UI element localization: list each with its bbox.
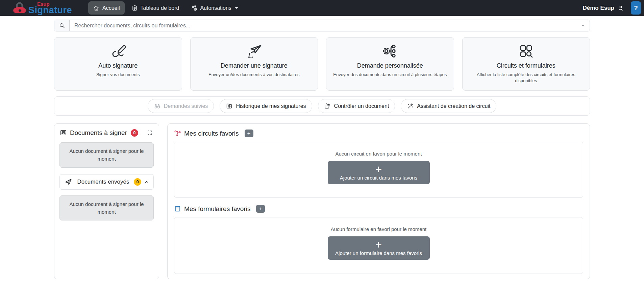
- card-demander-signature[interactable]: Demander une signature Envoyer un/des do…: [190, 37, 318, 91]
- card-title: Demande personnalisée: [332, 62, 448, 69]
- favorites-panel: Mes circuits favoris + Aucun circuit en …: [167, 123, 590, 279]
- card-title: Auto signature: [60, 62, 176, 69]
- documents-panel: Documents à signer 0 Aucun document à si…: [54, 123, 159, 279]
- card-title: Demander une signature: [197, 62, 312, 69]
- card-circuits-formulaires[interactable]: Circuits et formulaires Afficher la list…: [462, 37, 590, 91]
- brand-logo[interactable]: Esup Signature: [12, 1, 72, 15]
- ajouter-formulaire-button[interactable]: + Ajouter un formulaire dans mes favoris: [328, 236, 430, 260]
- card-subtitle: Envoyer des documents dans un circuit à …: [332, 72, 448, 78]
- quick-button-label: Demandes suivies: [164, 103, 208, 109]
- nav-item-accueil[interactable]: Accueil: [88, 1, 125, 15]
- search-addon: [54, 20, 70, 31]
- inbox-tray-icon: [59, 129, 67, 137]
- search-icon: [59, 22, 65, 29]
- formulaires-empty-message: Aucun formulaire en favori pour le momen…: [331, 226, 426, 232]
- plus-icon: +: [375, 165, 382, 174]
- gear-workflow-icon: [332, 42, 448, 60]
- main-nav: Accueil Tableau de bord: [88, 1, 243, 15]
- folder-clock-icon: [226, 102, 233, 110]
- expand-button[interactable]: [146, 129, 154, 137]
- nav-label: Accueil: [102, 5, 120, 11]
- formulaires-favoris-header: Mes formulaires favoris +: [174, 205, 583, 213]
- action-cards-row: Auto signature Signer vos documents Dema…: [54, 37, 590, 91]
- brand-signature: Signature: [28, 6, 72, 15]
- signature-pen-icon: [60, 42, 176, 60]
- send-plane-icon: [197, 42, 312, 60]
- seal-document-icon: [324, 102, 331, 110]
- demandes-suivies-button[interactable]: Demandes suivies: [148, 99, 214, 113]
- section-title: Mes circuits favoris: [184, 130, 239, 137]
- card-subtitle: Envoyer un/des documents à vos destinata…: [197, 72, 312, 78]
- binoculars-icon: [154, 102, 161, 110]
- historique-signatures-button[interactable]: Historique de mes signatures: [220, 99, 312, 113]
- documents-a-signer-header: Documents à signer 0: [59, 129, 154, 137]
- sent-title: Documents envoyés: [75, 178, 132, 185]
- search-input[interactable]: [70, 23, 581, 29]
- ajouter-formulaire-label: Ajouter un formulaire dans mes favoris: [335, 250, 422, 256]
- card-auto-signature[interactable]: Auto signature Signer vos documents: [54, 37, 182, 91]
- panel-title: Documents à signer: [70, 129, 127, 137]
- user-name: Démo Esup: [583, 5, 614, 11]
- ajouter-circuit-button[interactable]: + Ajouter un circuit dans mes favoris: [328, 161, 430, 184]
- to-sign-empty-message: Aucun document à signer pour le moment: [59, 142, 154, 168]
- search-dropdown-caret-icon[interactable]: [581, 23, 585, 28]
- circuit-network-icon: [174, 130, 181, 137]
- main-content: Documents à signer 0 Aucun document à si…: [54, 123, 590, 279]
- expand-icon: [147, 130, 153, 136]
- card-subtitle: Signer vos documents: [60, 72, 176, 78]
- chevron-up-icon: [144, 179, 149, 185]
- to-sign-count-badge: 0: [131, 129, 138, 137]
- send-arrow-icon: [64, 178, 73, 186]
- assistant-creation-circuit-button[interactable]: Assistant de création de circuit: [401, 99, 496, 113]
- section-title: Mes formulaires favoris: [184, 205, 250, 213]
- ajouter-circuit-label: Ajouter un circuit dans mes favoris: [340, 175, 417, 181]
- person-icon: [617, 5, 624, 11]
- controler-document-button[interactable]: Contrôler un document: [318, 99, 395, 113]
- quick-button-label: Contrôler un document: [334, 103, 389, 109]
- search-group: [54, 20, 590, 31]
- chevron-down-icon: [235, 7, 238, 9]
- nav-label: Autorisations: [200, 5, 231, 11]
- card-subtitle: Afficher la liste complète des circuits …: [469, 72, 584, 84]
- top-navbar: Esup Signature Accueil Tableau de bo: [0, 0, 644, 16]
- circuits-empty-message: Aucun circuit en favori pour le moment: [336, 151, 422, 157]
- sent-empty-message: Aucun document à signer pour le moment: [59, 195, 154, 221]
- nav-item-tableau-de-bord[interactable]: Tableau de bord: [127, 1, 184, 15]
- nav-label: Tableau de bord: [141, 5, 179, 11]
- quick-button-label: Assistant de création de circuit: [417, 103, 490, 109]
- clipboard-icon: [131, 5, 138, 11]
- documents-envoyes-toggle[interactable]: Documents envoyés 0: [59, 174, 154, 190]
- grid-search-icon: [469, 42, 584, 60]
- lock-cloud-icon: [12, 2, 28, 15]
- circuits-favoris-header: Mes circuits favoris +: [174, 130, 583, 137]
- add-form-favorite-button[interactable]: +: [256, 205, 265, 213]
- quick-buttons-bar: Demandes suivies Historique de mes signa…: [54, 96, 590, 116]
- home-icon: [93, 5, 100, 11]
- users-gear-icon: [191, 5, 197, 11]
- search-section: [0, 16, 644, 31]
- magic-wand-icon: [407, 102, 414, 110]
- help-button[interactable]: ?: [631, 1, 641, 15]
- card-demande-personnalisee[interactable]: Demande personnalisée Envoyer des docume…: [326, 37, 454, 91]
- user-menu[interactable]: Démo Esup: [583, 5, 624, 11]
- nav-item-autorisations[interactable]: Autorisations: [186, 1, 243, 15]
- circuits-favoris-box: Aucun circuit en favori pour le moment +…: [174, 142, 583, 198]
- card-title: Circuits et formulaires: [469, 62, 584, 69]
- navbar-right: Démo Esup ?: [583, 1, 641, 15]
- add-circuit-favorite-button[interactable]: +: [245, 130, 253, 137]
- plus-icon: +: [375, 240, 382, 250]
- formulaires-favoris-box: Aucun formulaire en favori pour le momen…: [174, 217, 583, 274]
- form-document-icon: [174, 205, 181, 212]
- quick-button-label: Historique de mes signatures: [236, 103, 306, 109]
- sent-count-badge: 0: [134, 178, 141, 186]
